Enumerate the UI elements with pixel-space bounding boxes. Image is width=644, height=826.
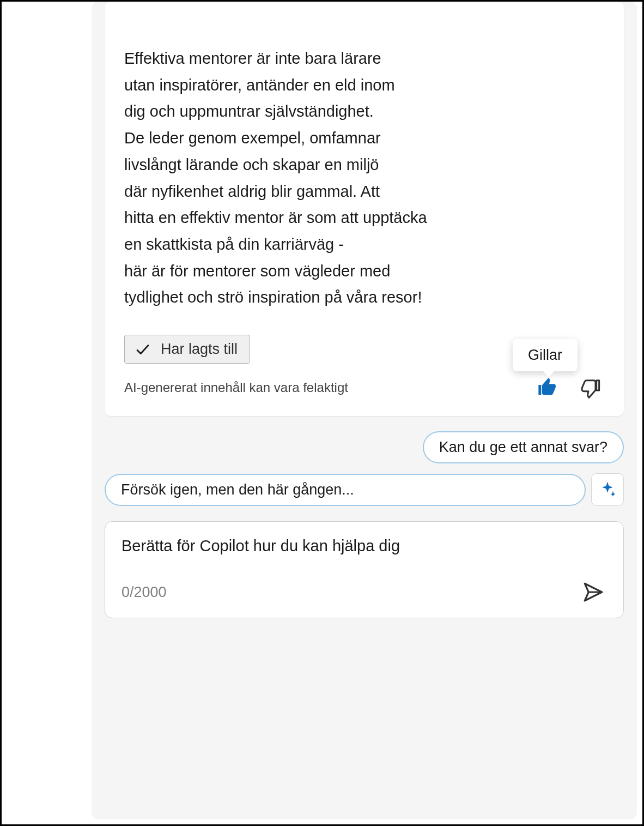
suggestion-label: Försök igen, men den här gången...: [121, 481, 354, 498]
added-button[interactable]: Har lagts till: [124, 335, 250, 364]
suggestion-row: Försök igen, men den här gången...: [105, 473, 624, 506]
thumbs-down-icon: [579, 377, 601, 399]
input-bottom-row: 0/2000: [121, 578, 607, 606]
assistant-message-card: Effektiva mentorer är inte bara lärare u…: [105, 2, 624, 416]
copilot-panel: Effektiva mentorer är inte bara lärare u…: [92, 2, 637, 819]
check-icon: [135, 341, 151, 358]
ai-disclaimer-text: AI-genererat innehåll kan vara felaktigt: [124, 380, 348, 395]
suggestion-another-response[interactable]: Kan du ge ett annat svar?: [423, 431, 624, 463]
sparkle-button[interactable]: [591, 473, 624, 506]
like-tooltip: Gillar: [513, 339, 578, 371]
added-button-label: Har lagts till: [161, 341, 238, 358]
prompt-input[interactable]: Berätta för Copilot hur du kan hjälpa di…: [121, 537, 607, 571]
app-frame: Effektiva mentorer är inte bara lärare u…: [2, 2, 642, 824]
dislike-button[interactable]: [578, 376, 602, 400]
disclaimer-row: AI-genererat innehåll kan vara felaktigt…: [124, 376, 604, 400]
send-button[interactable]: [580, 578, 607, 606]
feedback-controls: Gillar: [536, 376, 604, 400]
suggestion-label: Kan du ge ett annat svar?: [439, 439, 607, 456]
suggestion-list: Kan du ge ett annat svar? Försök igen, m…: [105, 431, 624, 506]
char-count: 0/2000: [121, 584, 167, 601]
sparkle-icon: [598, 480, 617, 499]
suggestion-try-again[interactable]: Försök igen, men den här gången...: [105, 474, 586, 506]
prompt-input-card[interactable]: Berätta för Copilot hur du kan hjälpa di…: [105, 521, 624, 618]
assistant-message-text: Effektiva mentorer är inte bara lärare u…: [124, 2, 604, 322]
like-tooltip-label: Gillar: [528, 347, 562, 363]
send-icon: [582, 581, 605, 604]
